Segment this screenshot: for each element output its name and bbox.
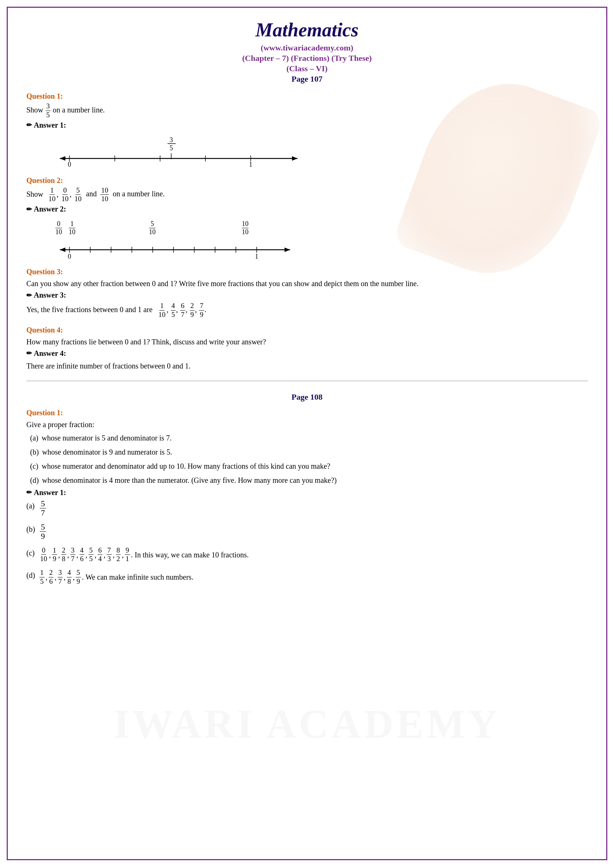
q108-1-partb: (b) whose denominator is 9 and numerator… — [30, 446, 588, 458]
q107-3-answer-label: ✏ Answer 3: — [26, 291, 588, 299]
pencil-icon-5: ✏ — [26, 488, 32, 496]
q107-2-text-post: on a number line. — [113, 190, 165, 198]
q107-2-and: and — [86, 190, 97, 198]
q108-1-answer-label: ✏ Answer 1: — [26, 488, 588, 497]
page-wrapper: IWARI ACADEMY Mathematics (www.tiwariaca… — [7, 7, 607, 860]
q107-1-text: Show 3 5 on a number line. — [26, 102, 588, 119]
q108-1-text: Give a proper fraction: — [26, 418, 588, 431]
q107-2-frac1: 1 10 — [48, 186, 56, 204]
svg-marker-6 — [292, 156, 297, 161]
q107-1-text-pre: Show — [26, 106, 44, 114]
q107-2-frac2: 0 10 — [61, 186, 70, 204]
svg-text:5: 5 — [170, 144, 173, 152]
svg-text:0: 0 — [68, 161, 72, 168]
nl2-labels: 0 10 1 10 5 10 10 10 — [49, 220, 588, 242]
q108-parts: (a) whose numerator is 5 and denominator… — [30, 432, 588, 486]
q108-ans-a-frac: 5 7 — [40, 499, 46, 517]
q107-4-answer-label: ✏ Answer 4: — [26, 349, 588, 358]
q107-3-answer-text: Yes, the five fractions between 0 and 1 … — [26, 302, 588, 319]
q107-4-text: How many fractions lie between 0 and 1? … — [26, 336, 588, 348]
number-line-2: 0 1 — [49, 242, 309, 261]
q108-ans-a: (a) 5 7 — [26, 499, 588, 517]
number-line-2-container: 0 10 1 10 5 10 10 10 — [49, 220, 588, 261]
q107-2-label: Question 2: — [26, 176, 588, 185]
q107-2-text: Show 1 10 , 0 10 , 5 10 and 10 10 on a n… — [26, 186, 588, 204]
q107-2-frac3: 5 10 — [74, 186, 82, 204]
pencil-icon-4: ✏ — [26, 349, 32, 357]
watermark-text: IWARI ACADEMY — [113, 701, 501, 748]
svg-marker-5 — [60, 156, 65, 161]
q107-4-label: Question 4: — [26, 326, 588, 334]
q107-1-label: Question 1: — [26, 92, 588, 101]
q108-1-partd: (d) whose denominator is 4 more than the… — [30, 474, 588, 486]
q107-2-answer-label: ✏ Answer 2: — [26, 205, 588, 213]
number-line-1: 3 5 0 1 — [49, 136, 309, 170]
pencil-icon-2: ✏ — [26, 205, 32, 213]
subtitle-website: (www.tiwariacademy.com) — [26, 43, 588, 53]
divider — [26, 381, 588, 381]
q3-frac3: 6 7 — [180, 302, 185, 319]
q107-2-frac4: 10 10 — [100, 186, 109, 204]
q108-ans-c: (c) 010, 19, 28, 37, 46, 55, 64, 73, 82,… — [26, 546, 588, 564]
q108-ans-b: (b) 5 9 — [26, 522, 588, 541]
page-107-label: Page 107 — [26, 74, 588, 84]
svg-text:3: 3 — [170, 136, 173, 144]
subtitle-chapter: (Chapter – 7) (Fractions) (Try These) — [26, 53, 588, 63]
svg-marker-15 — [60, 248, 65, 252]
q107-2-text-pre: Show — [26, 190, 44, 198]
q107-3-text: Can you show any other fraction between … — [26, 277, 588, 290]
page-108-label: Page 108 — [26, 392, 588, 402]
q107-1-fraction: 3 5 — [46, 102, 51, 119]
number-line-1-container: 3 5 0 1 — [49, 136, 588, 170]
q108-1-label: Question 1: — [26, 409, 588, 417]
q3-frac5: 7 9 — [199, 302, 204, 319]
svg-text:1: 1 — [255, 253, 258, 260]
q3-frac2: 4 5 — [171, 302, 176, 319]
q108-1-partc: (c) whose numerator and denominator add … — [30, 460, 588, 472]
svg-text:1: 1 — [249, 161, 253, 168]
q108-ans-d: (d) 15, 26, 37, 48, 59 . We can make inf… — [26, 569, 588, 586]
q107-1-answer-label: ✏ Answer 1: — [26, 121, 588, 130]
q3-frac1: 1 10 — [158, 302, 166, 319]
page-title: Mathematics — [26, 19, 588, 41]
svg-marker-16 — [284, 248, 290, 252]
q108-1-parta: (a) whose numerator is 5 and denominator… — [30, 432, 588, 444]
svg-text:0: 0 — [68, 253, 72, 260]
q3-frac4: 2 9 — [190, 302, 195, 319]
subtitle-class: (Class – VI) — [26, 64, 588, 73]
content: Mathematics (www.tiwariacademy.com) (Cha… — [26, 19, 588, 586]
pencil-icon-1: ✏ — [26, 121, 32, 129]
q107-1-text-post: on a number line. — [53, 106, 105, 114]
q108-ans-b-frac: 5 9 — [40, 522, 46, 541]
pencil-icon-3: ✏ — [26, 291, 32, 299]
q107-3-label: Question 3: — [26, 268, 588, 276]
q107-4-answer-text: There are infinite number of fractions b… — [26, 360, 588, 372]
